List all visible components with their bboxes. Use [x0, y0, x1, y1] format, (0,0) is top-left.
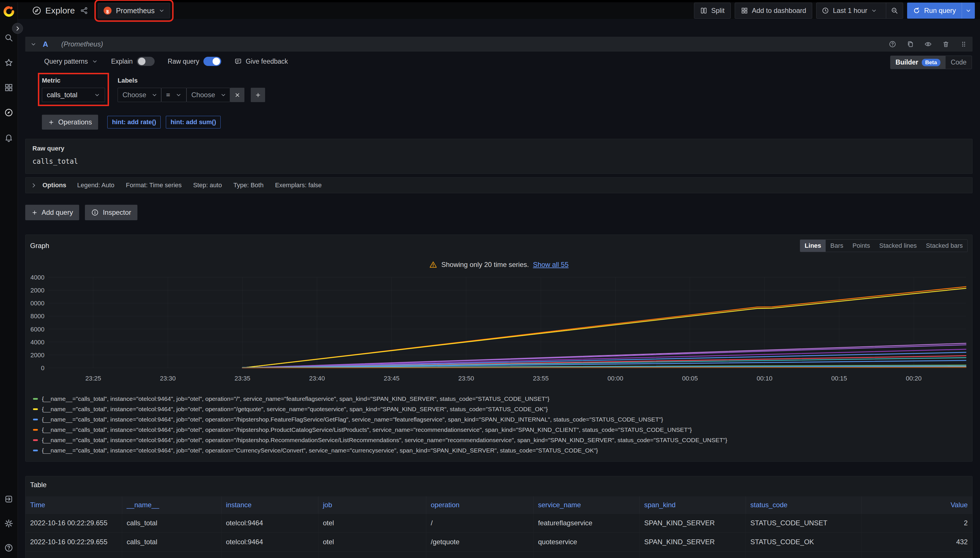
- label-value-select[interactable]: Choose: [186, 88, 230, 102]
- metric-value: calls_total: [47, 91, 89, 99]
- column-header-job[interactable]: job: [318, 496, 426, 514]
- collapse-chevron-icon[interactable]: [30, 41, 36, 47]
- explore-nav-icon[interactable]: [4, 108, 13, 118]
- help-icon[interactable]: [4, 543, 13, 553]
- hide-query-eye-icon[interactable]: [924, 40, 932, 48]
- give-feedback-link[interactable]: Give feedback: [234, 57, 288, 66]
- column-header-Value[interactable]: Value: [862, 496, 972, 514]
- legend-label: {__name__="calls_total", instance="otelc…: [42, 396, 549, 402]
- legend-item[interactable]: {__name__="calls_total", instance="otelc…: [33, 414, 968, 425]
- time-series-chart[interactable]: 0200040006000800010000120001400023:2523:…: [30, 273, 968, 391]
- chart-svg: 0200040006000800010000120001400023:2523:…: [30, 273, 968, 390]
- duplicate-query-icon[interactable]: [906, 40, 914, 48]
- alerting-icon[interactable]: [4, 133, 13, 143]
- query-patterns-dropdown[interactable]: Query patterns: [44, 57, 98, 66]
- zoom-out-icon: [891, 7, 898, 14]
- show-all-series-link[interactable]: Show all 55: [533, 261, 569, 269]
- view-mode-stacked-bars[interactable]: Stacked bars: [921, 240, 967, 252]
- legend-item[interactable]: {__name__="calls_total", instance="otelc…: [33, 445, 968, 456]
- query-row-header[interactable]: A (Prometheus): [25, 37, 973, 52]
- column-header-__name__[interactable]: __name__: [122, 496, 221, 514]
- view-mode-bars[interactable]: Bars: [825, 240, 848, 252]
- table-cell: SPAN_KIND_SERVER: [640, 514, 746, 532]
- run-query-button[interactable]: Run query: [907, 3, 975, 19]
- legend-item[interactable]: {__name__="calls_total", instance="otelc…: [33, 425, 968, 435]
- label-operator-select[interactable]: =: [161, 88, 186, 102]
- datasource-picker[interactable]: Prometheus: [98, 3, 170, 18]
- query-help-icon[interactable]: [889, 40, 896, 48]
- svg-text:23:35: 23:35: [234, 375, 250, 382]
- legend-item[interactable]: {__name__="calls_total", instance="otelc…: [33, 394, 968, 404]
- table-row[interactable]: 2022-10-16 00:22:29.655calls_totalotelco…: [26, 551, 972, 558]
- column-header-span_kind[interactable]: span_kind: [640, 496, 746, 514]
- search-icon[interactable]: [4, 33, 13, 43]
- table-cell: 2022-10-16 00:22:29.655: [26, 532, 122, 551]
- settings-gear-icon[interactable]: [4, 519, 13, 529]
- table-row[interactable]: 2022-10-16 00:22:29.655calls_totalotelco…: [26, 532, 972, 551]
- delete-query-trash-icon[interactable]: [942, 40, 950, 48]
- sign-in-icon[interactable]: [4, 495, 13, 505]
- table-cell: otelcol:9464: [221, 532, 318, 551]
- metric-select[interactable]: calls_total: [42, 88, 105, 102]
- legend-color-marker: [33, 439, 38, 441]
- add-query-button[interactable]: Add query: [25, 205, 79, 220]
- results-table: Time__name__instancejoboperationservice_…: [26, 496, 972, 558]
- builder-mode-button[interactable]: Builder Beta: [891, 56, 945, 69]
- table-cell: 182: [862, 551, 972, 558]
- svg-text:00:20: 00:20: [906, 375, 921, 382]
- column-header-service_name[interactable]: service_name: [533, 496, 640, 514]
- svg-text:00:15: 00:15: [831, 375, 847, 382]
- dashboards-icon[interactable]: [4, 83, 13, 93]
- column-header-status_code[interactable]: status_code: [746, 496, 862, 514]
- table-cell: /hipstershop.FeatureFlagServi...: [426, 551, 533, 558]
- legend-label: {__name__="calls_total", instance="otelc…: [42, 447, 598, 454]
- grafana-logo[interactable]: [3, 5, 15, 17]
- column-header-operation[interactable]: operation: [426, 496, 533, 514]
- options-title: Options: [43, 182, 66, 189]
- add-label-filter-button[interactable]: [251, 88, 265, 102]
- share-icon[interactable]: [80, 7, 88, 15]
- zoom-out-time-button[interactable]: [886, 3, 903, 18]
- legend-item[interactable]: {__name__="calls_total", instance="otelc…: [33, 404, 968, 414]
- table-row[interactable]: 2022-10-16 00:22:29.655calls_totalotelco…: [26, 514, 972, 532]
- legend-label: {__name__="calls_total", instance="otelc…: [42, 437, 727, 443]
- query-options-bar[interactable]: Options Legend: AutoFormat: Time seriesS…: [25, 177, 973, 193]
- label-key-select[interactable]: Choose: [118, 88, 161, 102]
- chevron-down-icon: [220, 92, 226, 98]
- split-button[interactable]: Split: [694, 3, 731, 19]
- svg-text:23:40: 23:40: [309, 375, 325, 382]
- starred-icon[interactable]: [4, 58, 13, 68]
- explain-toggle[interactable]: [137, 57, 155, 66]
- inspector-button[interactable]: Inspector: [85, 205, 137, 220]
- run-query-dropdown[interactable]: [962, 3, 975, 19]
- hint-button-0[interactable]: hint: add rate(): [107, 116, 161, 128]
- drag-handle-icon[interactable]: [960, 40, 967, 48]
- split-label: Split: [711, 7, 725, 15]
- hint-button-1[interactable]: hint: add sum(): [166, 116, 220, 128]
- remove-label-filter-button[interactable]: [230, 88, 245, 102]
- table-cell: SPAN_KIND_INTERNAL: [640, 551, 746, 558]
- add-to-dashboard-label: Add to dashboard: [752, 7, 806, 15]
- metric-selector: Metric calls_total: [42, 77, 105, 102]
- add-to-dashboard-button[interactable]: Add to dashboard: [735, 3, 812, 19]
- view-mode-stacked-lines[interactable]: Stacked lines: [875, 240, 921, 252]
- raw-query-toggle[interactable]: [204, 57, 221, 66]
- editor-mode-switch: Builder Beta Code: [890, 56, 972, 69]
- options-item-1: Format: Time series: [126, 182, 182, 189]
- column-header-Time[interactable]: Time: [26, 496, 122, 514]
- warning-triangle-icon: [429, 261, 437, 269]
- legend-item[interactable]: {__name__="calls_total", instance="otelc…: [33, 435, 968, 445]
- column-header-instance[interactable]: instance: [221, 496, 318, 514]
- view-mode-lines[interactable]: Lines: [800, 240, 825, 252]
- table-header: Time__name__instancejoboperationservice_…: [26, 496, 972, 514]
- time-range-picker[interactable]: Last 1 hour: [816, 3, 903, 19]
- svg-text:0: 0: [41, 364, 44, 372]
- chevron-down-icon: [94, 92, 100, 98]
- raw-query-label: Raw query: [168, 57, 199, 66]
- code-mode-button[interactable]: Code: [945, 56, 972, 69]
- label-value-value: Choose: [191, 91, 215, 99]
- add-operations-button[interactable]: Operations: [42, 115, 98, 130]
- view-mode-points[interactable]: Points: [848, 240, 875, 252]
- sidebar-expand-button[interactable]: [12, 23, 23, 34]
- table-cell: 2022-10-16 00:22:29.655: [26, 514, 122, 532]
